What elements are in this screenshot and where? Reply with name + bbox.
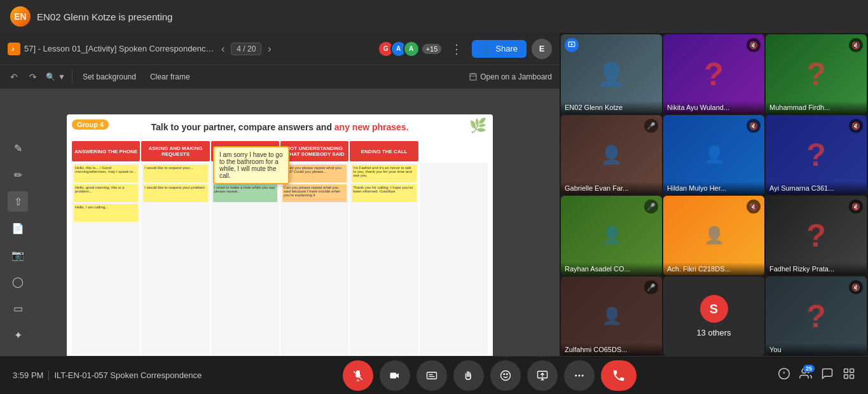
- col-body-not-understanding: Could you please repeat what you said? C…: [280, 163, 348, 355]
- clear-frame-button[interactable]: Clear frame: [146, 71, 194, 83]
- captions-button[interactable]: [417, 360, 447, 391]
- toolbar-divider-1: [72, 71, 72, 83]
- participant-tile-gabrielle: 👤 🎤 Gabrielle Evan Far...: [561, 115, 662, 194]
- col-body-extra: [420, 163, 488, 355]
- more-options-button[interactable]: ⋮: [446, 40, 467, 58]
- slide-title: Talk to your partner, compare answers an…: [127, 122, 432, 132]
- share-button[interactable]: 👤 Share: [472, 40, 527, 58]
- svg-rect-2: [470, 74, 476, 80]
- redo-button[interactable]: ↷: [27, 71, 39, 83]
- emoji-button[interactable]: [490, 360, 521, 391]
- bottom-controls: [202, 360, 778, 391]
- laser-tool[interactable]: ✦: [8, 325, 28, 345]
- presenting-indicator-en02: [565, 38, 579, 52]
- popup-sticky-note: I am sorry I have to go to the bathroom …: [213, 146, 289, 184]
- participant-name-en02: EN02 Glenn Kotze: [561, 101, 662, 114]
- presentation-title: 57] - Lesson 01_[Activity] Spoken Corres…: [24, 44, 215, 53]
- chat-button[interactable]: [821, 367, 834, 383]
- end-call-button[interactable]: [601, 360, 637, 391]
- pen-tool[interactable]: ✎: [8, 138, 28, 158]
- mic-icon-hildan: 🔇: [747, 119, 761, 133]
- collaborator-avatar-3: A: [403, 41, 420, 57]
- participant-tile-zulfahmi: 👤 🎤 Zulfahmi CO65DS...: [561, 276, 662, 356]
- participant-tile-ayi: ? 🔇 Ayi Sumarna C361...: [766, 115, 867, 194]
- top-bar: EN EN02 Glenn Kotze is presenting: [0, 0, 868, 33]
- sticky-2: Hello, good morning, this is a problem..…: [74, 184, 138, 202]
- participants-button[interactable]: 25: [799, 367, 812, 383]
- svg-point-16: [582, 374, 584, 376]
- sticky-10: I'm Fadhel and it's an honor to talk to …: [352, 165, 416, 182]
- frame-tool[interactable]: ▭: [8, 298, 28, 318]
- zoom-control: 🔍 ▼: [46, 72, 65, 81]
- presentation-area: J 57] - Lesson 01_[Activity] Spoken Corr…: [0, 33, 560, 394]
- presentation-toolbar: J 57] - Lesson 01_[Activity] Spoken Corr…: [0, 33, 560, 65]
- mute-button[interactable]: [343, 360, 373, 391]
- svg-point-15: [579, 374, 581, 376]
- col-header-ending: ENDING THE CALL: [350, 141, 418, 161]
- svg-point-14: [575, 374, 577, 376]
- presenter-title: EN02 Glenn Kotze is presenting: [37, 11, 172, 22]
- sticky-4: I would like to request your...: [143, 165, 207, 182]
- bottom-bar: 3:59 PM ILT-EN-01-057 Spoken Corresponde…: [0, 356, 868, 394]
- set-background-button[interactable]: Set background: [79, 71, 140, 83]
- open-jamboard-button[interactable]: Open on a Jamboard: [469, 72, 552, 81]
- col-body-ending: I'm Fadhel and it's an honor to talk to …: [350, 163, 418, 355]
- others-avatar: S: [700, 295, 728, 323]
- svg-text:J: J: [11, 46, 14, 51]
- bottom-right-controls: 25: [778, 367, 855, 383]
- participants-panel: 👤 EN02 Glenn Kotze ? 🔇 Nikita Ayu Wuland…: [560, 33, 868, 394]
- prev-page-button[interactable]: ‹: [219, 42, 227, 56]
- collaborator-avatars: G A A +15: [382, 41, 442, 57]
- participant-name-zulfahmi: Zulfahmi CO65DS...: [561, 343, 662, 356]
- mic-icon-you: 🔇: [849, 280, 863, 294]
- edit-toolbar: ↶ ↷ 🔍 ▼ Set background Clear frame Open …: [0, 65, 560, 89]
- participant-name-ayi: Ayi Sumarna C361...: [766, 182, 867, 194]
- mic-icon-rayhan: 🎤: [644, 200, 658, 214]
- col-body-answering: Hello, this is... / Good morning/afterno…: [72, 163, 140, 355]
- raise-hand-button[interactable]: [453, 360, 484, 391]
- time-divider: [48, 370, 49, 381]
- participant-name-rayhan: Rayhan Asadel CO...: [561, 262, 662, 275]
- text-tool[interactable]: 📄: [8, 218, 28, 238]
- main-layout: J 57] - Lesson 01_[Activity] Spoken Corr…: [0, 33, 868, 394]
- sticky-7: I need to make a note while you say plea…: [213, 184, 277, 202]
- participant-tile-ach: 👤 🔇 Ach. Fikri C218DS...: [663, 196, 764, 275]
- sticky-11: Thank you for calling. I hope you've bee…: [352, 184, 416, 202]
- current-time: 3:59 PM: [13, 370, 43, 380]
- participant-name-gabrielle: Gabrielle Evan Far...: [561, 182, 662, 194]
- present-button[interactable]: [527, 360, 558, 391]
- jamboard-logo: J: [8, 43, 20, 55]
- participant-tile-hildan: 👤 🔇 Hildan Mulyo Her...: [663, 115, 764, 194]
- open-jamboard-label: Open on a Jamboard: [480, 72, 552, 81]
- mic-icon-gabrielle: 🎤: [644, 119, 658, 133]
- participant-tile-nikita: ? 🔇 Nikita Ayu Wuland...: [663, 34, 764, 114]
- col-header-answering: ANSWERING THE PHONE: [72, 141, 140, 161]
- undo-button[interactable]: ↶: [8, 71, 20, 83]
- extra-collaborators-count: +15: [422, 44, 442, 54]
- participant-name-muhammad: Muhammad Firdh...: [766, 101, 867, 114]
- zoom-out-button[interactable]: 🔍: [46, 72, 55, 81]
- decorative-plant: 🌿: [469, 118, 486, 134]
- participant-tile-you: ? 🔇 You: [766, 276, 867, 356]
- user-menu[interactable]: E: [532, 39, 552, 59]
- svg-rect-20: [850, 369, 854, 373]
- sticky-1: Hello, this is... / Good morning/afterno…: [74, 165, 138, 182]
- info-button[interactable]: [778, 367, 790, 383]
- next-page-button[interactable]: ›: [265, 42, 273, 56]
- participant-name-nikita: Nikita Ayu Wuland...: [663, 101, 764, 114]
- activities-button[interactable]: [843, 367, 855, 383]
- mic-icon-ayi: 🔇: [849, 119, 863, 133]
- shape-tool[interactable]: ◯: [8, 271, 28, 292]
- sticky-9: Can you please repeat what you said beca…: [282, 184, 347, 202]
- participant-tile-fadhel: ? 🔇 Fadhel Rizky Prata...: [766, 196, 867, 275]
- participant-name-you: You: [766, 343, 867, 356]
- highlighter-tool[interactable]: ✏: [8, 165, 28, 185]
- col-body-holding: Could you hold please while I check... I…: [211, 163, 279, 355]
- select-tool[interactable]: ⇧: [8, 191, 28, 212]
- image-tool[interactable]: 📷: [8, 245, 28, 265]
- others-label: 13 others: [696, 328, 731, 337]
- left-tools: ✎ ✏ ⇧ 📄 📷 ◯ ▭ ✦: [8, 138, 28, 345]
- camera-button[interactable]: [380, 360, 410, 391]
- zoom-level: ▼: [58, 72, 65, 81]
- more-button[interactable]: [564, 360, 595, 391]
